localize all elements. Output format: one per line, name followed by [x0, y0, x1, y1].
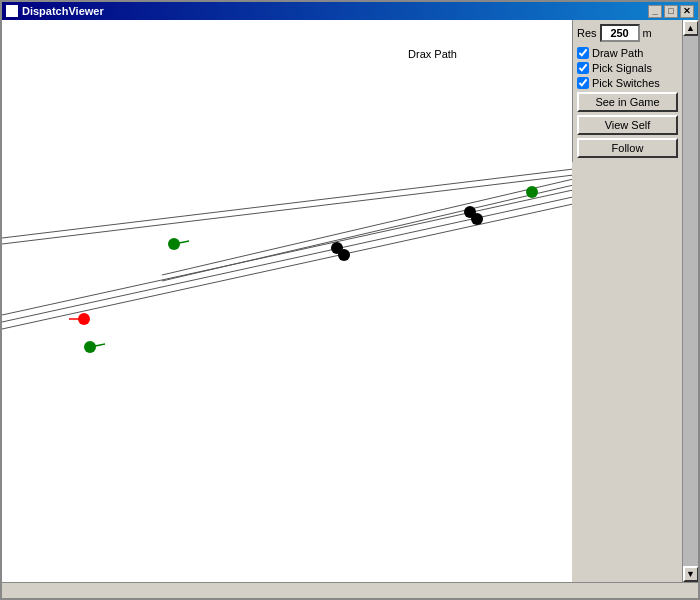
sidebar: Res m Draw Path Pick Signals Pick Switch… — [572, 20, 682, 162]
pick-switches-label: Pick Switches — [592, 77, 660, 89]
pick-signals-row: Pick Signals — [577, 62, 678, 74]
pick-signals-label: Pick Signals — [592, 62, 652, 74]
track-canvas — [2, 20, 572, 582]
window-title: DispatchViewer — [22, 5, 104, 17]
draw-path-row: Draw Path — [577, 47, 678, 59]
see-in-game-button[interactable]: See in Game — [577, 92, 678, 112]
window-icon — [6, 5, 18, 17]
title-bar: DispatchViewer _ □ ✕ — [2, 2, 698, 20]
scroll-up-button[interactable]: ▲ — [683, 20, 699, 36]
draw-path-label: Draw Path — [592, 47, 643, 59]
title-bar-buttons: _ □ ✕ — [648, 5, 694, 18]
pick-switches-checkbox[interactable] — [577, 77, 589, 89]
pick-switches-row: Pick Switches — [577, 77, 678, 89]
view-self-button[interactable]: View Self — [577, 115, 678, 135]
pick-signals-checkbox[interactable] — [577, 62, 589, 74]
res-label: Res — [577, 27, 597, 39]
maximize-button[interactable]: □ — [664, 5, 678, 18]
canvas-area[interactable]: Drax Path — [2, 20, 572, 582]
res-row: Res m — [577, 24, 678, 42]
res-input[interactable] — [600, 24, 640, 42]
close-button[interactable]: ✕ — [680, 5, 694, 18]
vertical-scrollbar: ▲ ▼ — [682, 20, 698, 582]
res-unit: m — [643, 27, 652, 39]
status-bar — [2, 582, 698, 598]
main-window: DispatchViewer _ □ ✕ Drax Path Res m Dra… — [0, 0, 700, 600]
content-area: Drax Path Res m Draw Path Pick Signals — [2, 20, 698, 582]
scroll-down-button[interactable]: ▼ — [683, 566, 699, 582]
draw-path-checkbox[interactable] — [577, 47, 589, 59]
drax-path-label: Drax Path — [408, 48, 457, 60]
follow-button[interactable]: Follow — [577, 138, 678, 158]
minimize-button[interactable]: _ — [648, 5, 662, 18]
scroll-track[interactable] — [683, 36, 699, 566]
